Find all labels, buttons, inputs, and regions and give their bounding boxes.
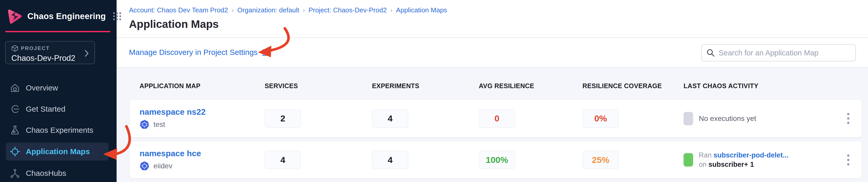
page-header: Account: Chaos Dev Team Prod2 › Organiza…: [117, 0, 868, 38]
page-title: Application Maps: [129, 18, 219, 30]
activity-on-label: on: [699, 161, 707, 168]
activity-target: subscriber+ 1: [709, 161, 754, 168]
avg-resilience-value: 100%: [479, 151, 515, 169]
sidebar-item-get-started[interactable]: Get Started: [6, 100, 108, 118]
breadcrumb: Account: Chaos Dev Team Prod2 › Organiza…: [129, 6, 447, 14]
sidebar-item-label: Get Started: [26, 105, 65, 114]
resilience-coverage-value: 0%: [583, 109, 619, 128]
avg-resilience-value: 0: [479, 109, 515, 128]
experiments-count: 4: [372, 151, 408, 169]
hub-icon: [10, 168, 20, 178]
sidebar-item-label: Application Maps: [26, 147, 90, 156]
target-icon: [10, 146, 20, 157]
external-link-icon: [262, 48, 270, 57]
application-map-cell: namespace ns22: [140, 107, 265, 130]
project-selector[interactable]: PROJECT Chaos-Dev-Prod2: [5, 41, 95, 64]
column-header: AVG RESILIENCE: [479, 82, 583, 90]
last-chaos-activity-cell: Ran subscriber-pod-delet... on subscribe…: [684, 151, 835, 169]
row-menu-button[interactable]: [845, 111, 851, 125]
kubernetes-icon: [140, 161, 149, 171]
breadcrumb-separator: ›: [387, 7, 396, 14]
sidebar-item-label: Overview: [26, 84, 58, 92]
status-swatch: [684, 153, 693, 166]
nine-dot-grid-icon[interactable]: [113, 11, 122, 21]
breadcrumb-separator: ›: [299, 7, 309, 14]
toolbar: Manage Discovery in Project Settings: [117, 38, 868, 68]
column-header: APPLICATION MAP: [140, 82, 265, 90]
flask-icon: [10, 125, 20, 135]
activity-prefix: Ran: [699, 151, 712, 159]
chaos-engineering-logo-icon: [8, 9, 22, 24]
kubernetes-icon: [140, 119, 149, 130]
column-header: RESILIENCE COVERAGE: [583, 82, 684, 90]
sidebar-item-label: Chaos Experiments: [26, 126, 93, 134]
application-map-link[interactable]: namespace ns22: [140, 107, 206, 117]
sidebar-header: Chaos Engineering: [0, 0, 117, 32]
column-header: LAST CHAOS ACTIVITY: [684, 82, 835, 90]
sidebar-item-overview[interactable]: Overview: [6, 79, 108, 97]
breadcrumb-separator: ›: [228, 7, 237, 14]
services-count: 4: [265, 151, 301, 169]
sidebar-item-chaoshubs[interactable]: ChaosHubs: [6, 164, 108, 182]
row-menu-button[interactable]: [845, 153, 851, 167]
manage-discovery-link[interactable]: Manage Discovery in Project Settings: [129, 48, 270, 57]
services-count: 2: [265, 109, 301, 128]
application-map-cell: namespace hce: [140, 149, 265, 171]
resilience-coverage-value: 25%: [583, 151, 619, 169]
breadcrumb-project[interactable]: Project: Chaos-Dev-Prod2: [309, 6, 387, 14]
column-header: SERVICES: [265, 82, 372, 90]
project-label: PROJECT: [21, 46, 50, 51]
chevron-right-icon: [85, 50, 89, 58]
sidebar-item-label: ChaosHubs: [26, 169, 66, 178]
table-row: namespace ns22: [130, 100, 862, 137]
experiment-link[interactable]: subscriber-pod-delet...: [713, 151, 788, 159]
sidebar: Chaos Engineering PROJECT Ch: [0, 0, 117, 182]
search-box: [701, 44, 856, 61]
app-title: Chaos Engineering: [27, 11, 106, 21]
sidebar-item-application-maps[interactable]: Application Maps: [6, 143, 108, 161]
column-header: EXPERIMENTS: [372, 82, 479, 90]
activity-text: No executions yet: [699, 115, 756, 123]
experiments-count: 4: [372, 109, 408, 128]
environment-name: eiidev: [153, 162, 172, 170]
application-maps-table: APPLICATION MAP SERVICES EXPERIMENTS AVG…: [117, 68, 868, 182]
status-swatch: [684, 112, 693, 125]
search-icon: [706, 49, 715, 57]
breadcrumb-current[interactable]: Application Maps: [396, 6, 447, 14]
sidebar-item-chaos-experiments[interactable]: Chaos Experiments: [6, 121, 108, 139]
home-icon: [10, 83, 20, 93]
last-chaos-activity-cell: No executions yet: [684, 112, 835, 125]
cube-icon: [11, 45, 18, 52]
module-accent-bar: [5, 31, 111, 32]
environment-name: test: [153, 120, 165, 129]
table-header-row: APPLICATION MAP SERVICES EXPERIMENTS AVG…: [140, 82, 862, 90]
get-started-icon: [10, 104, 20, 114]
breadcrumb-account[interactable]: Account: Chaos Dev Team Prod2: [129, 6, 228, 14]
table-row: namespace hce: [130, 141, 862, 178]
breadcrumb-organization[interactable]: Organization: default: [237, 6, 299, 14]
application-map-link[interactable]: namespace hce: [140, 149, 201, 158]
search-input[interactable]: [719, 49, 855, 57]
project-name: Chaos-Dev-Prod2: [11, 54, 90, 63]
